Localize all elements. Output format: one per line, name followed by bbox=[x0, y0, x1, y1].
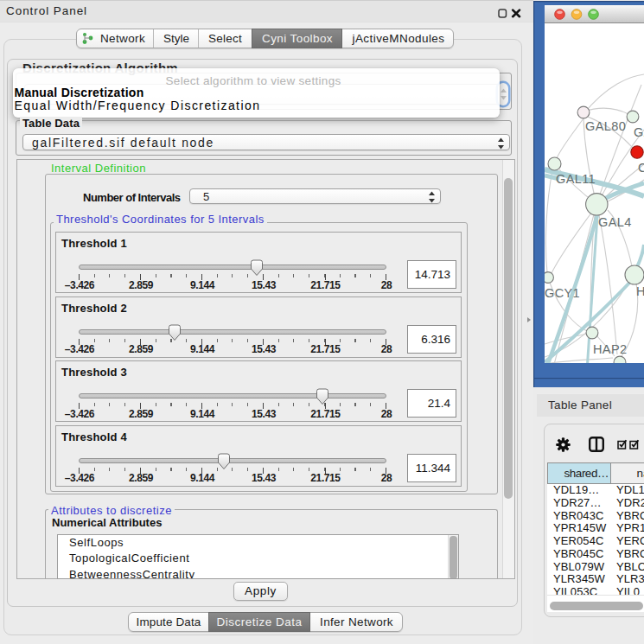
svg-text:H: H bbox=[636, 284, 644, 298]
svg-text:HAP2: HAP2 bbox=[593, 342, 627, 356]
svg-text:GAL4: GAL4 bbox=[598, 215, 632, 229]
svg-text:GAL11: GAL11 bbox=[556, 172, 596, 186]
svg-text:GA: GA bbox=[634, 125, 644, 139]
svg-text:GCY1: GCY1 bbox=[545, 286, 580, 300]
svg-text:GAL80: GAL80 bbox=[585, 119, 626, 133]
svg-text:C: C bbox=[638, 161, 644, 175]
